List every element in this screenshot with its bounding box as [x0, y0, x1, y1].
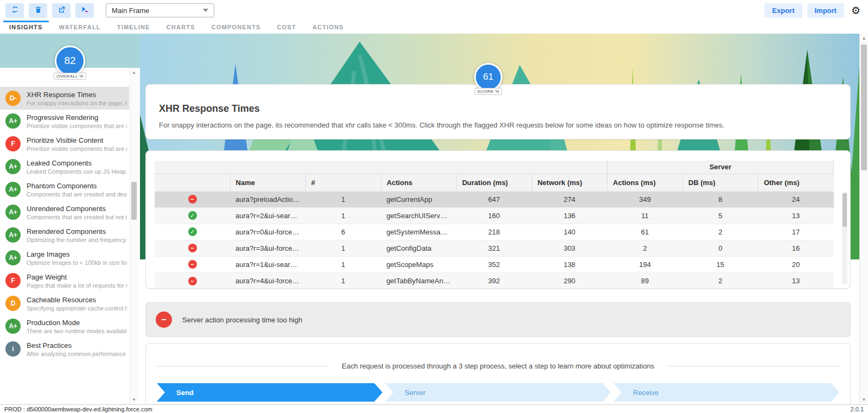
step-label: Send	[176, 389, 194, 397]
cell-network: 274	[532, 191, 607, 207]
tab[interactable]: COMPONENTS	[203, 21, 269, 34]
sidebar-item-title: Page Weight	[27, 273, 127, 281]
table-scrollbar-thumb[interactable]	[843, 193, 847, 227]
cell-other: 20	[758, 256, 833, 272]
sidebar-scrollbar[interactable]: ▲ ▼	[130, 68, 138, 404]
sidebar-item[interactable]: i Best Practices After analyzing common …	[0, 338, 129, 360]
tab[interactable]: CHARTS	[158, 21, 203, 34]
sidebar-hero-band	[0, 34, 140, 68]
cell-duration: 218	[456, 224, 532, 240]
steps-row: Send Server Receive	[157, 383, 839, 402]
tab[interactable]: COST	[269, 21, 304, 34]
sidebar-item[interactable]: D- XHR Response Times For snappy interac…	[0, 87, 129, 110]
insights-list: D- XHR Response Times For snappy interac…	[0, 87, 129, 404]
sidebar-item[interactable]: D Cacheable Resources Specifying appropr…	[0, 292, 129, 315]
main-scrollbar[interactable]: ▲ ▼	[859, 34, 868, 404]
grade-badge: A+	[5, 205, 21, 220]
table-row[interactable]: ✓ aura?r=0&ui-force-components-co... 6 g…	[155, 224, 834, 240]
tab-bar: INSIGHTS WATERFALL TIMELINE CHARTS COMPO…	[0, 21, 868, 34]
step-arrow[interactable]: Server	[385, 383, 611, 402]
scroll-up-icon[interactable]: ▲	[862, 34, 866, 43]
cell-network: 303	[532, 240, 607, 256]
legend-card: − Server action processing time too high	[145, 302, 851, 337]
scroll-up-icon[interactable]: ▲	[132, 68, 136, 77]
legend-text: Server action processing time too high	[182, 316, 302, 324]
cell-server-actions: 2	[607, 240, 682, 256]
col-db: DB (ms)	[682, 174, 758, 191]
cell-duration: 352	[456, 256, 532, 272]
table-row[interactable]: − aura?r=3&ui-force-components-co... 1 g…	[155, 240, 834, 256]
col-server-actions: Actions (ms)	[607, 174, 682, 191]
col-other: Other (ms)	[758, 174, 833, 191]
table-row[interactable]: − aura?r=1&ui-search-components-f... 1 g…	[155, 256, 834, 272]
scroll-down-icon[interactable]: ▼	[132, 395, 136, 404]
col-name: Name	[230, 174, 305, 191]
divider-line	[157, 366, 328, 366]
step-label: Receive	[633, 389, 659, 397]
cell-db: 5	[682, 207, 758, 224]
top-toolbar: Main Frame Export Import ⚙	[0, 0, 868, 21]
cell-name: aura?r=1&ui-search-components-f...	[230, 256, 305, 272]
table-row[interactable]: − aura?preloadActions 1 getCurrentApp 64…	[155, 191, 834, 207]
col-network: Network (ms)	[532, 174, 607, 191]
tab[interactable]: TIMELINE	[109, 21, 158, 34]
cell-name: aura?preloadActions	[230, 191, 305, 207]
sidebar-scrollbar-thumb[interactable]	[131, 182, 137, 220]
refresh-button[interactable]	[5, 3, 24, 18]
tab[interactable]: WATERFALL	[51, 21, 109, 34]
table-row[interactable]: ✓ aura?r=2&ui-search-components-f... 1 g…	[155, 207, 834, 224]
sidebar-item-title: Progressive Rendering	[27, 113, 127, 122]
step-arrow[interactable]: Receive	[614, 383, 839, 402]
grade-badge: A+	[5, 250, 21, 265]
main-scrollbar-thumb[interactable]	[861, 45, 867, 170]
table-scrollbar[interactable]	[842, 192, 847, 285]
request-steps-card: Each request is processed through a 3 st…	[145, 343, 851, 404]
cell-count: 1	[305, 240, 381, 256]
sidebar-item-subtitle: Specifying appropriate cache-control hea	[27, 305, 127, 312]
console-button[interactable]	[75, 3, 94, 18]
cell-db: 0	[682, 240, 758, 256]
sidebar-item[interactable]: A+ Large Images Optimize Images to < 100…	[0, 246, 129, 269]
tab[interactable]: ACTIONS	[304, 21, 352, 34]
sidebar-item[interactable]: A+ Production Mode There are two runtime…	[0, 315, 129, 338]
tab[interactable]: INSIGHTS	[1, 21, 51, 34]
sidebar-item[interactable]: F Prioritize Visible Content Prioritize …	[0, 132, 129, 155]
sidebar-item-title: Best Practices	[27, 341, 127, 350]
sidebar-item-title: Production Mode	[27, 319, 127, 327]
settings-gear-icon[interactable]: ⚙	[851, 5, 860, 16]
scroll-down-icon[interactable]: ▼	[862, 395, 866, 404]
sidebar-item[interactable]: A+ Leaked Components Leaked Components u…	[0, 155, 129, 178]
divider-line	[668, 366, 839, 366]
step-arrow[interactable]: Send	[157, 383, 382, 402]
export-button[interactable]: Export	[764, 3, 802, 18]
import-button[interactable]: Import	[807, 3, 844, 18]
sidebar-item[interactable]: A+ Unrendered Components Components that…	[0, 201, 129, 224]
step-label: Server	[405, 389, 425, 397]
open-external-button[interactable]	[52, 3, 71, 18]
cell-other: 13	[758, 207, 833, 224]
server-group-header: Server	[607, 161, 833, 174]
row-status-icon: −	[188, 277, 197, 285]
sidebar-item-subtitle: Prioritize visible components that are a…	[27, 123, 127, 129]
main-content: 61 SCORE % XHR Response Times For snappy…	[140, 34, 868, 404]
cell-duration: 321	[456, 240, 532, 256]
xhr-table-card: Server Name # Actions Duration (ms) Netw…	[145, 150, 851, 289]
insights-sidebar: 82 OVERALL % D- XHR Response Times For s…	[0, 34, 140, 404]
overall-score-label: OVERALL %	[54, 73, 86, 80]
cell-actions: getSearchUIServerConfigs	[381, 207, 456, 224]
console-icon	[81, 5, 89, 15]
table-row[interactable]: − aura?r=4&ui-force-components-co... 1 g…	[155, 272, 834, 289]
grade-badge: A+	[5, 113, 21, 129]
sidebar-item[interactable]: F Page Weight Pages that make a lot of r…	[0, 269, 129, 292]
cell-other: 16	[758, 240, 833, 256]
sidebar-item[interactable]: A+ Progressive Rendering Prioritize visi…	[0, 110, 129, 132]
grade-badge: F	[5, 136, 21, 151]
row-status-icon: ✓	[188, 227, 197, 236]
sidebar-item[interactable]: A+ Rerendered Components Optimizing the …	[0, 224, 129, 246]
cell-db: 2	[682, 272, 758, 289]
cell-name: aura?r=4&ui-force-components-co...	[230, 272, 305, 289]
grade-badge: A+	[5, 227, 21, 243]
sidebar-item[interactable]: A+ Phantom Components Components that ar…	[0, 178, 129, 201]
frame-selector[interactable]: Main Frame	[106, 3, 214, 17]
clear-button[interactable]	[29, 3, 47, 18]
